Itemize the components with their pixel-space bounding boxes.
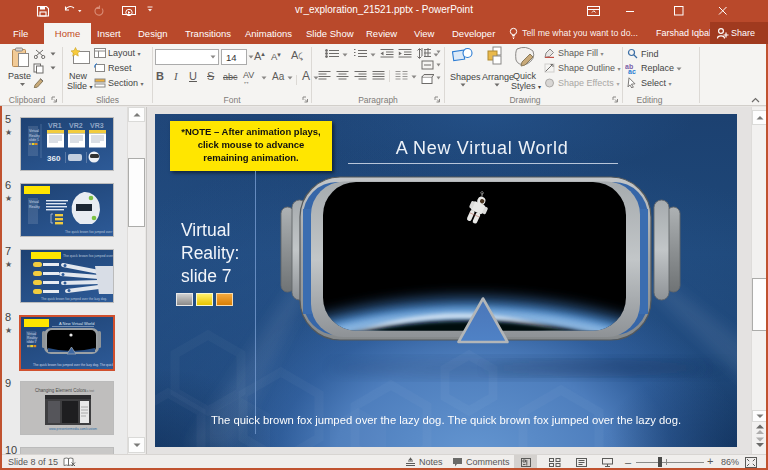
svg-text:ac: ac xyxy=(628,68,636,74)
svg-text:VR3: VR3 xyxy=(90,122,104,129)
svg-text:Reality: Reality xyxy=(29,205,40,209)
svg-text:Reality: Reality xyxy=(29,134,40,138)
svg-text:The quick brown fox jumped ove: The quick brown fox jumped over the lazy… xyxy=(33,363,113,367)
svg-text:Changing Element Colors: Changing Element Colors xyxy=(35,388,87,393)
svg-text:360: 360 xyxy=(47,154,61,163)
svg-text:VR2: VR2 xyxy=(69,122,83,129)
svg-text:The quick brown fox jumped ove: The quick brown fox jumped over the lazy… xyxy=(41,297,107,301)
svg-text:VR1: VR1 xyxy=(48,122,62,129)
svg-text:www.presentermedia.com/custom: www.presentermedia.com/custom xyxy=(49,427,97,431)
svg-text:slide 7: slide 7 xyxy=(27,340,37,344)
svg-text:The quick brown fox jumped ove: The quick brown fox jumped over the lazy… xyxy=(63,254,113,258)
svg-text:— a text: — a text xyxy=(83,389,94,393)
svg-text:The quick brown fox jumped ove: The quick brown fox jumped over the lazy… xyxy=(65,230,113,234)
svg-text:A New Virtual World: A New Virtual World xyxy=(59,321,94,326)
svg-text:Virtual: Virtual xyxy=(29,200,39,204)
svg-text:Virtual: Virtual xyxy=(29,129,39,133)
svg-text:slide 5: slide 5 xyxy=(29,138,39,142)
